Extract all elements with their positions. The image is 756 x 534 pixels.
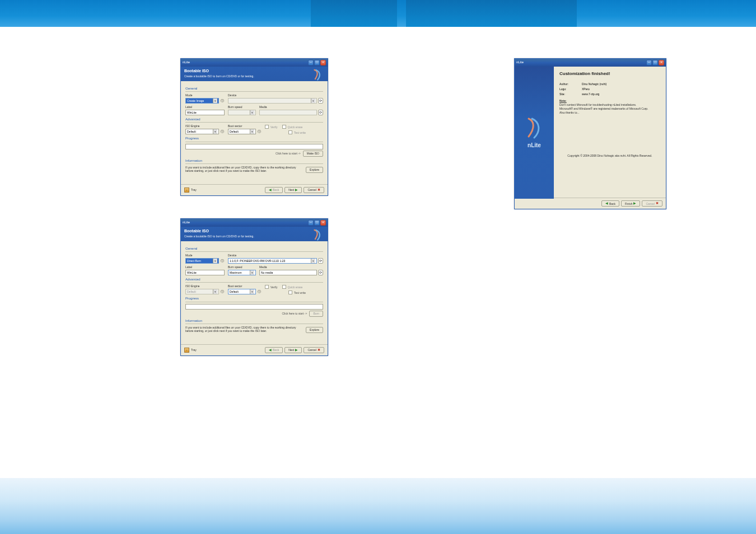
quick-erase-checkbox: Quick erase [282,285,303,289]
iso-engine-value: Default [187,130,196,133]
label-mode: Mode [185,254,225,257]
next-button[interactable]: Next ▶ [284,347,302,353]
minimize-button[interactable]: – [646,60,652,65]
label-iso-engine: ISO Engine [185,124,225,128]
label-input[interactable]: WinLite [185,270,225,275]
label-value: WinLite [187,271,197,274]
close-button[interactable]: × [320,60,326,65]
section-advanced: Advanced [185,278,323,283]
progress-bar [185,144,323,149]
info-icon[interactable]: ⓘ [220,258,225,264]
maximize-button[interactable]: □ [314,60,320,65]
info-icon[interactable]: ⓘ [257,129,262,134]
window-customization-finished: nLite – □ × nLite Customization finished… [514,58,666,209]
boot-sector-dropdown[interactable]: Default ▾ [228,129,256,134]
titlebar[interactable]: nLite – □ × [181,59,328,67]
mode-dropdown[interactable]: Direct Burn ▾ [185,258,219,264]
label-boot-sector: Boot sector [228,124,262,128]
refresh-button[interactable]: ⟳ [318,258,323,264]
banner-segment [406,0,577,27]
logo-key: Logo: [559,87,582,91]
label-input[interactable]: WinLite [185,110,225,115]
label-boot-sector: Boot sector [228,284,262,288]
boot-sector-dropdown[interactable]: Default ▾ [228,289,256,294]
brand-name: nLite [523,142,545,149]
site-key: Site: [559,92,582,96]
explore-button[interactable]: Explore [306,167,323,173]
verify-checkbox: Verify [265,125,278,129]
close-icon: ✖ [318,348,320,352]
maximize-button[interactable]: □ [314,220,320,226]
chevron-down-icon: ▾ [250,289,254,294]
page-top-banner [0,0,756,27]
maximize-button[interactable]: □ [652,60,658,65]
finish-button[interactable]: Finish ▶ [621,200,640,207]
device-dropdown[interactable]: 1:1:0,F: PIONEER DVD-RW DVR-111D 1.23 ▾ [228,258,317,264]
mode-dropdown[interactable]: Create Image ▾ [185,98,219,104]
window-title: nLite [183,60,190,64]
progress-bar [185,304,323,310]
boot-sector-value: Default [230,130,239,133]
burn-speed-dropdown[interactable]: Maximum ▾ [228,270,256,275]
test-write-checkbox[interactable]: Test write [288,291,323,294]
close-icon: ✖ [318,188,320,192]
media-value: No media [261,271,273,274]
nlite-logo-icon [312,228,324,241]
window-header: Bootable ISO Create a bootable ISO to bu… [181,227,328,241]
author-key: Author: [559,82,582,86]
cancel-button: Cancel ✖ [642,200,662,207]
sidebar: nLite [515,67,554,199]
refresh-button[interactable]: ⟳ [318,98,323,104]
close-button[interactable]: × [659,60,664,65]
iso-engine-dropdown: Default ▾ [185,289,219,294]
info-icon[interactable]: ⓘ [220,98,225,104]
cancel-button[interactable]: Cancel ✖ [304,187,324,193]
minimize-button[interactable]: – [308,60,314,65]
tray-button[interactable]: Tray [184,348,197,353]
burn-label: Burn [313,312,319,315]
cancel-button[interactable]: Cancel ✖ [304,347,324,353]
quick-erase-checkbox: Quick erase [282,125,303,129]
next-button[interactable]: Next ▶ [284,187,302,193]
refresh-button[interactable]: ⟳ [318,270,323,275]
label-device: Device [228,93,323,97]
iso-engine-value: Default [187,290,196,293]
make-iso-label: Make ISO [307,152,319,155]
back-button[interactable]: ◀ Back [601,200,619,207]
test-write-checkbox: Test write [288,130,323,134]
tray-label: Tray [191,348,197,352]
close-button[interactable]: × [320,220,326,226]
test-write-label: Test write [294,291,306,294]
burn-speed-value: Maximum [230,271,242,274]
iso-engine-dropdown[interactable]: Default ▾ [185,129,219,134]
window-bootable-iso-burn: nLite – □ × Bootable ISO Create a bootab… [180,218,328,356]
cancel-label: Cancel [307,348,316,352]
info-icon[interactable]: ⓘ [220,129,225,134]
verify-checkbox[interactable]: Verify [265,285,278,289]
label-burn-speed: Burn speed [228,105,256,109]
back-label: Back [273,348,279,352]
note-text-3: Also thanks to... [559,111,580,114]
info-icon[interactable]: ⓘ [220,289,225,294]
test-write-label: Test write [294,131,306,134]
nlite-logo-icon [312,68,324,81]
make-iso-button[interactable]: Make ISO [303,151,323,157]
note-text-2: Microsoft® and Windows® are registered t… [559,107,648,110]
info-text: If you want to include additional files … [185,326,302,333]
window-title: nLite [183,221,190,224]
titlebar[interactable]: nLite – □ × [515,59,666,67]
close-icon: ✖ [656,202,659,205]
back-arrow-icon: ◀ [605,202,608,205]
chevron-down-icon: ▾ [311,99,315,103]
titlebar[interactable]: nLite – □ × [181,219,328,227]
chevron-down-icon: ▾ [250,110,254,115]
chevron-down-icon: ▾ [213,99,217,103]
cancel-label: Cancel [646,202,655,205]
tray-button[interactable]: Tray [184,188,197,193]
info-icon[interactable]: ⓘ [257,289,262,294]
refresh-button[interactable]: ⟳ [318,110,323,115]
minimize-button[interactable]: – [308,220,314,226]
boot-sector-value: Default [230,290,239,293]
next-label: Next [288,188,294,191]
explore-button[interactable]: Explore [306,327,323,333]
